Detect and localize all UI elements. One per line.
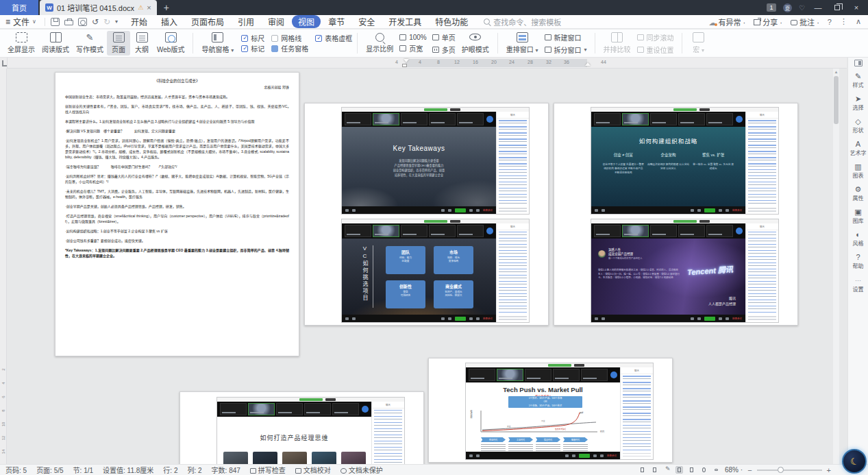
zoom-percentage[interactable]: 68% ·	[725, 466, 743, 474]
menu-section[interactable]: 章节	[322, 15, 351, 28]
print-preview-icon[interactable]	[78, 18, 87, 26]
menu-security[interactable]: 安全	[352, 15, 381, 28]
split-window-button[interactable]: 拆分窗口 ▾	[545, 45, 587, 55]
print-icon[interactable]	[64, 20, 73, 25]
zoom-out-button[interactable]: −	[747, 466, 752, 474]
zoom-slider-handle[interactable]	[778, 467, 784, 473]
menu-references[interactable]: 引用	[232, 15, 260, 28]
sidebar-item-chart[interactable]: ▥图表	[853, 162, 864, 179]
view-write-icon[interactable]	[663, 466, 671, 474]
multi-page-button[interactable]: 多页	[432, 45, 456, 55]
zoom-in-button[interactable]: +	[827, 466, 831, 474]
close-window-button[interactable]: ×	[850, 3, 863, 12]
status-column[interactable]: 列: 2	[187, 465, 201, 475]
view-read-icon[interactable]	[651, 466, 658, 474]
close-tab-icon[interactable]: ×	[147, 3, 151, 12]
menu-page-layout[interactable]: 页面布局	[185, 15, 230, 28]
document-page-3[interactable]: 如何构建组织和战略 创业 ≠ 创富创业不等于个人创富 先要建立一整套组织机构 靠…	[554, 103, 798, 326]
restore-button[interactable]	[831, 3, 843, 12]
status-page-number[interactable]: 页码: 5	[5, 465, 27, 475]
view-eye-protection-icon[interactable]	[712, 466, 720, 474]
undo-icon[interactable]: ↺	[92, 17, 99, 27]
collapse-ribbon-icon[interactable]: ∧	[856, 17, 861, 26]
membership-icon[interactable]: ♡	[799, 4, 805, 12]
vertical-ruler[interactable]: 2 4 6 8 10 12 14	[0, 69, 7, 464]
eye-protection-button[interactable]: 护眼模式	[458, 31, 493, 56]
rearrange-windows-button[interactable]: 重排窗口 ▾	[503, 31, 542, 56]
outline-view-button[interactable]: 大纲	[130, 31, 153, 56]
collapse-panel-icon[interactable]	[854, 60, 863, 66]
new-window-button[interactable]: 新建窗口	[545, 32, 587, 42]
document-page-2[interactable]: Key Takeaways 发现问题比解决问题能力更重要 产品经理思维是早期CE…	[304, 103, 549, 326]
zoom-100-button[interactable]: 100%	[399, 34, 427, 41]
minimize-button[interactable]: —	[812, 3, 824, 12]
menu-special-features[interactable]: 特色功能	[429, 15, 474, 28]
file-menu[interactable]: ≡ 文件 ∨	[0, 16, 42, 27]
sidebar-item-settings[interactable]: ···设置	[853, 276, 864, 293]
document-page-5[interactable]: Tech Push vs. Market Pull 哪个更重要? 1个技术、3/…	[428, 358, 673, 463]
sync-status-button[interactable]: ☁ 有异常 ·	[708, 16, 745, 27]
horizontal-ruler[interactable]: 4 4 8 12 16 20 24 28 32 36 44	[8, 58, 847, 69]
ruler-checkbox[interactable]: 标尺	[241, 33, 264, 43]
help-button[interactable]: ?	[828, 18, 832, 26]
menu-review[interactable]: 审阅	[262, 15, 290, 28]
gridlines-checkbox[interactable]: 网格线	[271, 33, 308, 43]
view-web-icon[interactable]	[700, 466, 708, 474]
save-icon[interactable]	[51, 18, 60, 26]
sidebar-item-style[interactable]: ◐风格	[853, 230, 864, 247]
reading-layout-button[interactable]: 阅读版式	[38, 31, 73, 56]
web-layout-button[interactable]: Web版式	[153, 31, 188, 56]
menu-insert[interactable]: 插入	[155, 15, 184, 28]
view-page-icon[interactable]	[675, 466, 683, 474]
navigation-pane-button[interactable]: 导航窗格 ▾	[198, 31, 237, 56]
user-avatar[interactable]: 夏	[783, 3, 792, 12]
status-section[interactable]: 节: 1/1	[73, 465, 93, 475]
document-canvas[interactable]: 2 4 6 8 10 12 14 《科技企业的创立与成长》 北极光创投 邓锋 中…	[0, 69, 841, 464]
quick-access-caret-icon[interactable]: ▾	[115, 19, 118, 25]
first-line-indent-marker[interactable]	[404, 59, 409, 62]
fullscreen-display-button[interactable]: 全屏显示	[4, 31, 38, 56]
table-gridlines-checkbox[interactable]: 表格虚框	[315, 33, 352, 43]
status-setting-value[interactable]: 设置值: 11.8厘米	[103, 465, 153, 475]
scrollbar-thumb[interactable]	[834, 76, 839, 124]
left-indent-marker[interactable]	[402, 64, 407, 67]
sidebar-item-help[interactable]: ?帮助	[853, 253, 864, 269]
spell-check-button[interactable]: 拼写检查	[250, 465, 286, 475]
document-tab[interactable]: W 01 培训笔记 0415.docx ⚠ ×	[40, 0, 157, 15]
status-word-count[interactable]: 字数: 847	[212, 465, 240, 475]
page-width-button[interactable]: 页宽	[399, 43, 427, 53]
notification-badge[interactable]: 1	[767, 3, 776, 12]
document-page-4[interactable]: 如何打造产品经理思维 商业嗅觉 用户导向 用户体验 排序与取舍 宏观与微观兼具 …	[179, 391, 424, 464]
zoom-slider[interactable]	[757, 470, 822, 471]
single-page-button[interactable]: 单页	[432, 32, 456, 42]
redo-icon[interactable]: ↻	[103, 17, 110, 27]
task-pane-toggle[interactable]: 任务窗格	[271, 43, 308, 53]
status-page-count[interactable]: 页面: 5/5	[36, 465, 63, 475]
view-fullscreen-icon[interactable]	[638, 466, 646, 474]
zoom-ratio-button[interactable]: 显示比例	[362, 32, 397, 55]
share-button[interactable]: 分享 ·	[754, 16, 782, 27]
proofread-button[interactable]: 文档校对	[295, 465, 331, 475]
marks-checkbox[interactable]: 标记	[241, 43, 264, 53]
protection-status[interactable]: 文档未保护	[340, 465, 383, 475]
status-line[interactable]: 行: 2	[163, 465, 177, 475]
sidebar-item-styles[interactable]: ✎样式	[853, 72, 864, 88]
assistant-floating-button[interactable]: ☾	[842, 449, 867, 474]
writing-mode-button[interactable]: ✎写作模式	[73, 31, 107, 56]
command-search[interactable]: 查找命令、搜索模板	[484, 16, 561, 27]
menu-view[interactable]: 视图	[292, 15, 321, 28]
sidebar-item-properties[interactable]: ⚙属性	[853, 185, 864, 202]
home-tab[interactable]: 首页	[0, 0, 38, 15]
new-tab-button[interactable]: +	[164, 2, 169, 15]
more-menu-icon[interactable]: ⋮	[840, 17, 847, 26]
scroll-up-icon[interactable]: ▲	[833, 69, 839, 75]
view-outline-icon[interactable]	[688, 466, 695, 474]
sidebar-item-gallery[interactable]: ▣图库	[853, 208, 864, 224]
tab-stop-selector[interactable]	[0, 58, 8, 69]
right-indent-marker[interactable]	[585, 62, 591, 66]
comment-button[interactable]: 批注 ·	[791, 16, 819, 27]
menu-dev-tools[interactable]: 开发工具	[382, 15, 427, 28]
menu-start[interactable]: 开始	[125, 15, 153, 28]
sidebar-item-wordart[interactable]: A艺术字	[850, 140, 867, 156]
sidebar-item-select[interactable]: ➤选择	[853, 95, 864, 111]
